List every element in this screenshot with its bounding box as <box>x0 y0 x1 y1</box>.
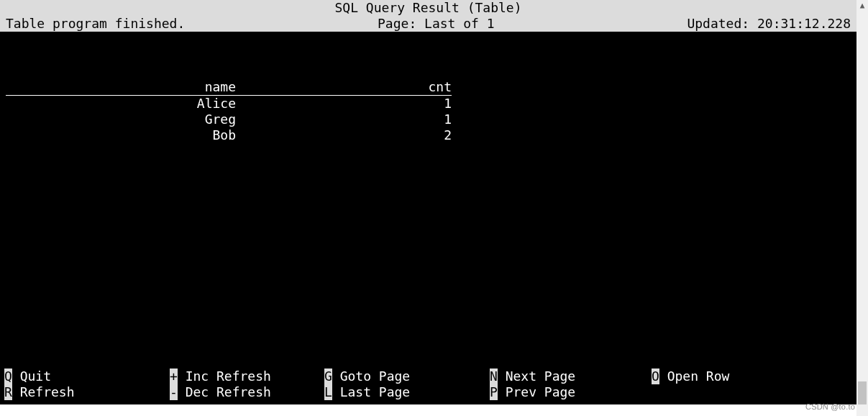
hotkey-label: Goto Page <box>340 368 411 384</box>
hotkey-row-2: R Refresh - Dec Refresh L Last Page P Pr… <box>4 384 852 400</box>
hotkey-last-page[interactable]: L Last Page <box>324 384 490 400</box>
hotkey-label: Inc Refresh <box>186 368 271 384</box>
hotkey-dec-refresh[interactable]: - Dec Refresh <box>170 384 324 400</box>
scrollbar-up-icon[interactable]: ▲ <box>856 0 868 12</box>
table-header-row: name cnt <box>6 79 452 96</box>
updated-label: Updated: <box>687 16 749 31</box>
table-row[interactable]: Greg 1 <box>6 112 452 127</box>
hotkey-label: Last Page <box>340 384 411 400</box>
table-row[interactable]: Alice 1 <box>6 96 452 112</box>
status-line: Table program finished. Page: Last of 1 … <box>0 16 856 32</box>
terminal-window: SQL Query Result (Table) Table program f… <box>0 0 856 404</box>
hotkey-label: Open Row <box>667 368 730 384</box>
hotkey-label: Next Page <box>506 368 576 384</box>
vertical-scrollbar[interactable]: ▲ <box>856 0 868 416</box>
hotkey-open-row[interactable]: O Open Row <box>652 368 817 384</box>
result-table: name cnt Alice 1 Greg 1 Bob 2 <box>6 79 452 143</box>
cell-cnt: 1 <box>236 112 452 127</box>
hotkey-row-1: Q Quit + Inc Refresh G Goto Page N Next … <box>4 368 852 384</box>
hotkey-prev-page[interactable]: P Prev Page <box>490 384 652 400</box>
title-bar: SQL Query Result (Table) Table program f… <box>0 0 856 32</box>
hotkey-key: - <box>170 384 178 400</box>
hotkey-key: Q <box>4 368 12 384</box>
hotkey-key: G <box>324 368 332 384</box>
result-table-area: name cnt Alice 1 Greg 1 Bob 2 <box>0 32 856 175</box>
window-title: SQL Query Result (Table) <box>0 0 856 16</box>
cell-name: Greg <box>6 112 236 127</box>
status-message: Table program finished. <box>6 16 185 32</box>
cell-cnt: 2 <box>236 127 452 143</box>
hotkey-key: L <box>324 384 332 400</box>
hotkey-next-page[interactable]: N Next Page <box>490 368 652 384</box>
hotkey-label: Dec Refresh <box>186 384 271 400</box>
hotkey-key: N <box>490 368 498 384</box>
hotkey-footer: Q Quit + Inc Refresh G Goto Page N Next … <box>0 368 856 400</box>
col-header-name: name <box>6 79 236 96</box>
hotkey-key: O <box>652 368 659 384</box>
hotkey-goto-page[interactable]: G Goto Page <box>324 368 490 384</box>
table-row[interactable]: Bob 2 <box>6 127 452 143</box>
updated-value: 20:31:12.228 <box>757 16 851 31</box>
hotkey-key: R <box>4 384 12 400</box>
watermark-text: CSDN @to.to <box>805 399 855 415</box>
hotkey-label: Refresh <box>20 384 75 400</box>
hotkey-label: Prev Page <box>506 384 576 400</box>
page-indicator: Page: Last of 1 <box>185 16 687 32</box>
col-header-cnt: cnt <box>236 79 452 96</box>
hotkey-refresh[interactable]: R Refresh <box>4 384 170 400</box>
page-label: Page: <box>378 16 416 31</box>
cell-name: Alice <box>6 96 236 112</box>
cell-cnt: 1 <box>236 96 452 112</box>
hotkey-quit[interactable]: Q Quit <box>4 368 170 384</box>
hotkey-key: P <box>490 384 498 400</box>
scrollbar-thumb[interactable] <box>858 381 867 404</box>
hotkey-inc-refresh[interactable]: + Inc Refresh <box>170 368 324 384</box>
hotkey-label: Quit <box>20 368 51 384</box>
page-value: Last of 1 <box>424 16 495 31</box>
updated-indicator: Updated: 20:31:12.228 <box>687 16 851 32</box>
cell-name: Bob <box>6 127 236 143</box>
hotkey-key: + <box>170 368 178 384</box>
